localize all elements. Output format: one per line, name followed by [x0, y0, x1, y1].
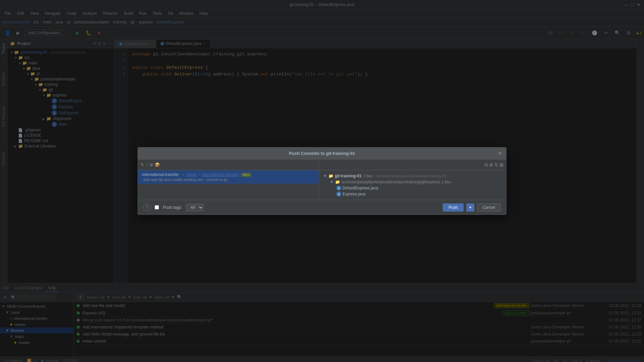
- modal-left: ✎ ⑂ ⊕ 📦 international-transfer → origin …: [138, 160, 319, 200]
- modal-edit-btn[interactable]: ✎: [141, 162, 144, 167]
- commit-remote: origin: [187, 172, 197, 177]
- modal-file-1-label: DefaultExpress.java: [342, 186, 378, 190]
- modal-header: Push Commits to git-training-01 ✕: [138, 147, 506, 160]
- commit-arrow: →: [181, 172, 185, 177]
- push-tags-select[interactable]: All: [186, 204, 204, 211]
- commit-ref: international-transfer: [202, 172, 239, 177]
- subpath-arrow: ▼: [330, 180, 334, 184]
- modal-java-icon-2: J: [336, 192, 341, 196]
- modal-layout-btn[interactable]: ▤: [499, 162, 503, 167]
- modal-collapse-btn[interactable]: ⊟: [484, 162, 488, 167]
- commit-branch-1: international-transfer → origin : intern…: [142, 172, 315, 177]
- help-btn[interactable]: ?: [143, 204, 151, 211]
- modal-repo-path: ~/dev/dev/workspaces/Envelo/git-training…: [374, 174, 446, 178]
- repo-folder-icon: 📁: [328, 174, 333, 178]
- modal-body: ✎ ⑂ ⊕ 📦 international-transfer → origin …: [138, 160, 506, 200]
- commit-item-1[interactable]: international-transfer → origin : intern…: [138, 170, 319, 184]
- subpath-folder-icon: 📁: [335, 180, 340, 184]
- modal-right: ⊟ ⊞ ⇅ ▤ ▼ 📁 git-training-01 2 files ~/de…: [319, 160, 506, 200]
- push-dropdown-btn[interactable]: ▾: [466, 203, 474, 212]
- modal-file-1: J DefaultExpress.java: [322, 185, 503, 191]
- modal-right-toolbar: ⊟ ⊞ ⇅ ▤: [319, 160, 506, 170]
- help-icon: ?: [146, 205, 148, 210]
- modal-subpath-files: 2 files: [442, 180, 451, 184]
- modal-merge-btn[interactable]: ⊕: [150, 162, 153, 167]
- push-tags-checkbox[interactable]: [155, 205, 159, 209]
- commit-branch-name: international-transfer: [142, 172, 179, 177]
- modal-file-2: J Express.java: [322, 191, 503, 197]
- modal-title: Push Commits to git-training-01: [289, 151, 355, 156]
- modal-repo-item: ▼ 📁 git-training-01 2 files ~/dev/dev/wo…: [322, 173, 503, 179]
- modal-file-2-label: Express.java: [342, 192, 366, 196]
- modal-archive-btn[interactable]: 📦: [155, 162, 160, 167]
- commit-badge-new: New: [241, 173, 252, 177]
- push-btn[interactable]: Push: [443, 203, 463, 212]
- cancel-btn[interactable]: Cancel: [477, 203, 501, 212]
- modal-java-icon-1: J: [336, 186, 341, 190]
- modal-actions: Push ▾ Cancel: [443, 203, 501, 212]
- modal-repo-files: 2 files: [363, 174, 373, 178]
- commit-colon: :: [199, 172, 200, 177]
- modal-close-btn[interactable]: ✕: [498, 150, 502, 157]
- modal-expand-btn[interactable]: ⊞: [489, 162, 493, 167]
- modal-sort-btn[interactable]: ⇅: [494, 162, 498, 167]
- modal-subpath-item: ▼ 📁 src/main/java/pl/juniorjavadeveloper…: [322, 179, 503, 185]
- modal-footer: ? Push tags: All Push ▾ Cancel: [138, 200, 506, 215]
- commit-msg-1: Add new file and modify existing one - c…: [142, 178, 315, 182]
- modal-repo-name: git-training-01: [335, 174, 362, 178]
- modal-subpath: src/main/java/pl/juniorjavadeveloper/tra…: [341, 180, 440, 184]
- modal-overlay: Push Commits to git-training-01 ✕ ✎ ⑂ ⊕ …: [0, 0, 644, 362]
- repo-arrow: ▼: [323, 174, 327, 178]
- push-tags-label: Push tags:: [163, 205, 182, 210]
- modal-branch-btn[interactable]: ⑂: [146, 162, 148, 167]
- modal-file-tree: ▼ 📁 git-training-01 2 files ~/dev/dev/wo…: [319, 170, 506, 200]
- push-commits-modal: Push Commits to git-training-01 ✕ ✎ ⑂ ⊕ …: [138, 147, 506, 215]
- commit-list: international-transfer → origin : intern…: [138, 170, 319, 200]
- modal-left-toolbar: ✎ ⑂ ⊕ 📦: [138, 160, 319, 170]
